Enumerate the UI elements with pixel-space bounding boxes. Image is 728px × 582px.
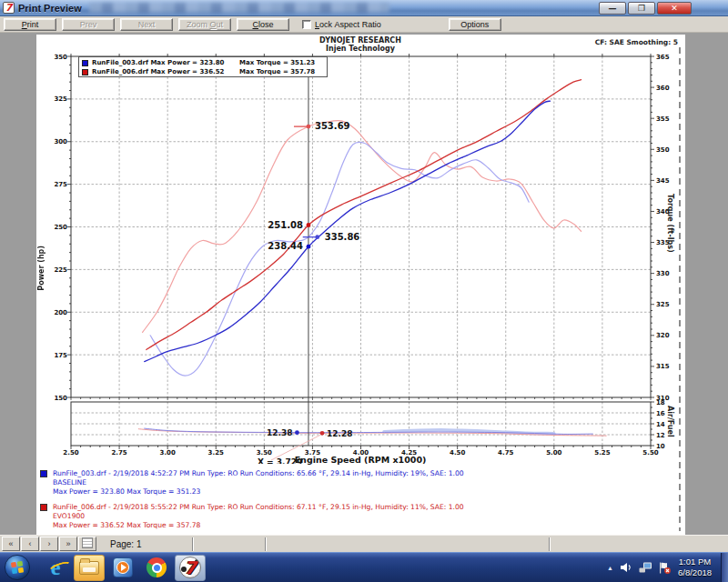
- svg-text:345: 345: [656, 177, 670, 185]
- prev-button[interactable]: Prev: [62, 18, 115, 31]
- volume-icon[interactable]: [620, 562, 632, 573]
- window-titlebar: 7 Print Preview — ❐ ✕: [0, 0, 728, 16]
- show-desktop-button[interactable]: [721, 553, 728, 582]
- svg-text:5.25: 5.25: [594, 449, 610, 457]
- svg-text:320: 320: [656, 332, 670, 339]
- svg-text:330: 330: [656, 270, 670, 277]
- legend-torque-run006: Max Torque = 357.78: [239, 68, 315, 75]
- svg-text:14: 14: [656, 421, 665, 428]
- tray-expand-icon[interactable]: ▲: [607, 565, 613, 571]
- statusbar-divider: [192, 537, 194, 551]
- prev-page-button[interactable]: ‹: [21, 537, 39, 551]
- chart-legend: RunFile_003.drf Max Power = 323.80 Max T…: [78, 56, 328, 77]
- statusbar-divider: [265, 537, 267, 551]
- taskbar-media-player[interactable]: [107, 555, 138, 581]
- zoom-out-button[interactable]: Zoom Out: [178, 18, 231, 31]
- preview-area: DYNOJET RESEARCH Injen Technology CF: SA…: [0, 33, 728, 535]
- series-torque-run006: [143, 120, 581, 332]
- run003-name: BASELINE: [53, 478, 677, 487]
- svg-text:5.50: 5.50: [642, 449, 658, 457]
- svg-text:350: 350: [656, 146, 670, 154]
- lock-aspect-label: Lock Aspect Ratio: [315, 20, 381, 29]
- marker-dot-238.44: [307, 245, 311, 249]
- svg-text:16: 16: [656, 410, 665, 417]
- first-page-button[interactable]: «: [2, 537, 20, 551]
- page-select-button[interactable]: [78, 537, 96, 551]
- marker-label-12.28: 12.28: [327, 429, 352, 438]
- minimize-button[interactable]: —: [599, 2, 626, 15]
- taskbar-dynojet-winpep[interactable]: 7: [175, 555, 206, 581]
- run003-details: RunFile_003.drf - 2/19/2018 4:52:27 PM R…: [40, 469, 677, 497]
- run-details: RunFile_003.drf - 2/19/2018 4:52:27 PM R…: [40, 469, 677, 537]
- marker-label-12.38: 12.38: [267, 428, 292, 437]
- run006-details: RunFile_006.drf - 2/19/2018 5:55:22 PM R…: [40, 503, 677, 530]
- next-button[interactable]: Next: [120, 18, 173, 31]
- lock-aspect-checkbox[interactable]: [302, 20, 311, 29]
- run006-max-values: Max Power = 336.52 Max Torque = 357.78: [53, 521, 677, 530]
- series-torque-run003: [150, 142, 529, 376]
- chrome-icon: [147, 557, 167, 577]
- svg-text:4.50: 4.50: [450, 449, 465, 457]
- page-icon: [82, 537, 93, 548]
- marker-dot-335.86: [315, 235, 319, 239]
- marker-label-251.08: 251.08: [268, 220, 303, 230]
- taskbar-internet-explorer[interactable]: e: [40, 555, 71, 581]
- svg-text:300: 300: [54, 138, 67, 146]
- clock-time: 1:01 PM: [678, 557, 712, 567]
- svg-text:12: 12: [656, 432, 665, 439]
- taskbar-chrome[interactable]: [141, 555, 172, 581]
- svg-text:225: 225: [54, 266, 67, 274]
- marker-dot-12.28: [320, 431, 325, 436]
- page-number-label: Page: 1: [110, 539, 190, 549]
- run006-swatch: [40, 504, 47, 511]
- internet-explorer-icon: e: [51, 557, 61, 578]
- statusbar-divider: [549, 537, 551, 551]
- next-page-button[interactable]: ›: [40, 537, 58, 551]
- report-subtitle: Injen Technology: [251, 45, 470, 53]
- app-icon: 7: [3, 2, 15, 14]
- windows-taskbar: e 7 ▲ 1:01 PM 6/8/2018: [0, 552, 728, 582]
- window-title: Print Preview: [18, 3, 82, 14]
- system-tray: ▲ 1:01 PM 6/8/2018: [607, 553, 728, 582]
- run003-conditions: RunFile_003.drf - 2/19/2018 4:52:27 PM R…: [53, 469, 677, 478]
- cursor-x-readout: X = 3.729: [258, 457, 302, 464]
- close-preview-button[interactable]: Close: [237, 18, 289, 31]
- svg-text:360: 360: [656, 85, 670, 92]
- close-button[interactable]: ✕: [657, 2, 692, 15]
- preview-statusbar: « ‹ › » Page: 1: [0, 535, 728, 552]
- taskbar-clock[interactable]: 1:01 PM 6/8/2018: [678, 557, 712, 578]
- svg-text:4.75: 4.75: [498, 449, 513, 457]
- svg-text:3.25: 3.25: [208, 449, 224, 457]
- svg-text:5.00: 5.00: [546, 449, 561, 457]
- svg-text:325: 325: [656, 301, 670, 308]
- svg-text:200: 200: [54, 309, 67, 316]
- print-button[interactable]: Print: [4, 18, 56, 31]
- print-preview-toolbar: Print Prev Next Zoom Out Close Lock Aspe…: [0, 16, 728, 33]
- legend-swatch-blue: [82, 60, 88, 66]
- marker-label-238.44: 238.44: [268, 241, 303, 251]
- correction-smoothing-label: CF: SAE Smoothing: 5: [595, 38, 678, 46]
- svg-text:175: 175: [54, 352, 67, 359]
- run003-max-values: Max Power = 323.80 Max Torque = 351.23: [53, 487, 677, 497]
- network-icon[interactable]: [639, 562, 652, 573]
- last-page-button[interactable]: »: [59, 537, 77, 551]
- svg-text:2.75: 2.75: [111, 449, 126, 457]
- marker-dot-12.38: [295, 430, 299, 435]
- svg-text:18: 18: [656, 399, 665, 406]
- dynojet-icon: 7: [179, 557, 201, 578]
- clock-date: 6/8/2018: [678, 567, 712, 578]
- options-button[interactable]: Options: [449, 18, 501, 31]
- restore-button[interactable]: ❐: [628, 2, 655, 15]
- taskbar-windows-explorer[interactable]: [74, 555, 105, 581]
- run003-swatch: [40, 470, 47, 477]
- start-button[interactable]: [4, 554, 31, 581]
- power-axis-title: Power (hp): [37, 246, 46, 291]
- svg-text:275: 275: [54, 181, 67, 188]
- report-title: DYNOJET RESEARCH: [251, 36, 470, 45]
- svg-text:355: 355: [656, 115, 670, 123]
- svg-text:325: 325: [54, 95, 67, 103]
- svg-text:3.00: 3.00: [160, 449, 176, 457]
- action-center-flag-icon[interactable]: [659, 562, 672, 574]
- legend-power-run003: RunFile_003.drf Max Power = 323.80: [92, 59, 239, 66]
- report-page: DYNOJET RESEARCH Injen Technology CF: SA…: [36, 35, 685, 535]
